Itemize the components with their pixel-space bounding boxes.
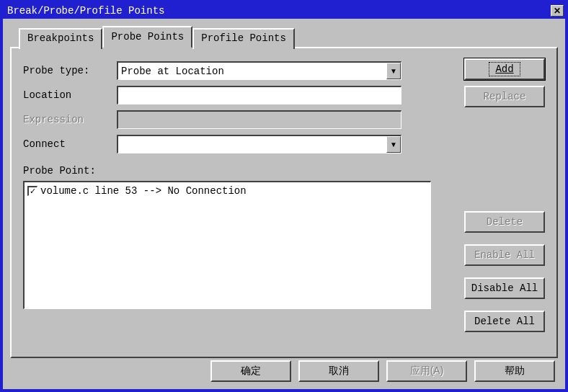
expression-input [117, 110, 401, 129]
list-item-text: volume.c line 53 --> No Connection [40, 185, 247, 197]
list-item[interactable]: ✓ volume.c line 53 --> No Connection [27, 185, 427, 197]
tab-label: Breakpoints [27, 32, 94, 44]
label-expression: Expression [23, 114, 117, 125]
location-input[interactable] [117, 86, 401, 104]
disable-all-button[interactable]: Disable All [464, 277, 545, 299]
bottom-button-bar: 确定 取消 应用(A) 帮助 [210, 360, 555, 382]
tab-label: Profile Points [201, 32, 286, 44]
row-connect: Connect ▼ [23, 135, 545, 153]
client-area: Breakpoints Probe Points Profile Points … [3, 19, 565, 389]
connect-combo[interactable]: ▼ [117, 135, 401, 153]
delete-button[interactable]: Delete [464, 211, 545, 233]
connect-value [118, 136, 386, 153]
right-button-group-1: Add Replace [464, 58, 545, 113]
window-title: Break/Probe/Profile Points [7, 5, 164, 17]
label-connect: Connect [23, 138, 117, 150]
help-button[interactable]: 帮助 [474, 360, 555, 382]
close-button[interactable]: ✕ [551, 5, 564, 17]
apply-button[interactable]: 应用(A) [386, 360, 467, 382]
check-icon[interactable]: ✓ [27, 186, 37, 196]
label-probe-point-list: Probe Point: [23, 165, 545, 177]
tab-strip: Breakpoints Probe Points Profile Points [19, 26, 558, 47]
tab-breakpoints[interactable]: Breakpoints [19, 28, 102, 49]
label-location: Location [23, 89, 117, 101]
delete-all-button[interactable]: Delete All [464, 311, 545, 332]
tabpanel-probe: Probe type: Probe at Location ▼ Location… [10, 47, 558, 358]
tab-profile-points[interactable]: Profile Points [192, 28, 295, 49]
cancel-button[interactable]: 取消 [298, 360, 379, 382]
chevron-down-icon: ▼ [390, 141, 397, 148]
replace-button[interactable]: Replace [464, 86, 545, 107]
probe-type-value: Probe at Location [118, 63, 386, 79]
probe-point-list[interactable]: ✓ volume.c line 53 --> No Connection [23, 181, 431, 309]
close-icon: ✕ [554, 6, 561, 16]
connect-dropdown-button[interactable]: ▼ [386, 136, 401, 153]
tab-label: Probe Points [111, 31, 184, 43]
ok-button[interactable]: 确定 [210, 360, 291, 382]
dialog-window: Break/Probe/Profile Points ✕ Breakpoints… [1, 1, 567, 391]
right-button-group-2: Delete Enable All Disable All Delete All [464, 211, 545, 338]
enable-all-button[interactable]: Enable All [464, 244, 545, 266]
titlebar[interactable]: Break/Probe/Profile Points ✕ [3, 3, 565, 19]
add-button[interactable]: Add [464, 58, 545, 80]
probe-type-dropdown-button[interactable]: ▼ [386, 63, 401, 79]
probe-type-combo[interactable]: Probe at Location ▼ [117, 61, 401, 80]
tab-probe-points[interactable]: Probe Points [102, 26, 192, 48]
chevron-down-icon: ▼ [390, 67, 397, 75]
label-probe-type: Probe type: [23, 65, 117, 76]
